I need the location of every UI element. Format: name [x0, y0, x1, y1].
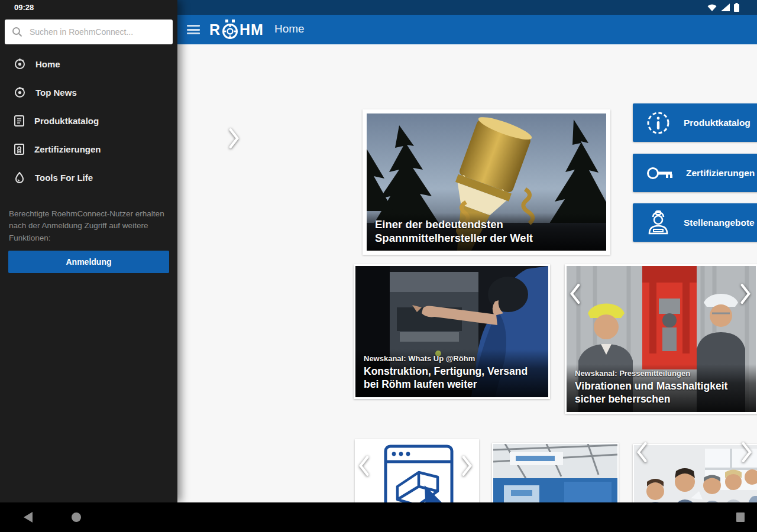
quick-link-stellenangebote[interactable]: Stellenangebote	[633, 203, 757, 242]
news-next-icon[interactable]	[739, 283, 752, 304]
quick-link-label: Stellenangebote	[684, 218, 755, 228]
news-card-pressemitteilungen[interactable]: Newskanal: Pressemitteilungen Vibratione…	[565, 264, 757, 414]
quick-link-zertifizierungen[interactable]: Zertifizierungen	[633, 154, 757, 192]
news-channel: Newskanal: Whats Up @Röhm	[364, 354, 540, 363]
roehm-logo: RHM	[209, 20, 264, 40]
drawer-info-text: Berechtigte RoehmConnect-Nutzer erhalten…	[9, 208, 170, 244]
news-card-whatsup[interactable]: Newskanal: Whats Up @Röhm Konstruktion, …	[354, 264, 550, 399]
news-prev-icon[interactable]	[568, 283, 581, 304]
search-icon	[12, 27, 22, 37]
karriere-next-icon[interactable]	[740, 442, 753, 463]
menu-icon[interactable]	[187, 25, 200, 34]
bottom-next-icon[interactable]	[461, 455, 474, 476]
navigation-drawer: 09:28 Home Top News Produktkatalog Zerti…	[0, 0, 177, 502]
home-icon	[14, 59, 25, 70]
sidebar-item-home[interactable]: Home	[0, 50, 177, 78]
search-box[interactable]	[5, 20, 173, 44]
sidebar-item-label: Zertifizierungen	[34, 144, 101, 154]
bottom-prev-icon[interactable]	[357, 455, 370, 476]
news-title: Vibrationen und Masshaltigkeit sicher be…	[575, 380, 748, 406]
news-icon	[14, 87, 25, 98]
back-icon[interactable]	[24, 512, 33, 523]
search-input[interactable]	[30, 27, 166, 37]
recents-icon[interactable]	[736, 512, 745, 522]
sidebar-item-top-news[interactable]: Top News	[0, 78, 177, 106]
sidebar-item-label: Produktkatalog	[34, 116, 99, 126]
news-channel: Newskanal: Pressemitteilungen	[575, 369, 748, 378]
quick-link-label: Zertifizierungen	[686, 168, 755, 179]
sidebar-item-produktkatalog[interactable]: Produktkatalog	[0, 106, 177, 135]
tools-for-life-icon	[14, 172, 25, 183]
hero-title: Einer der bedeutendsten Spannmittelherst…	[375, 218, 570, 245]
worker-icon	[646, 210, 671, 236]
key-icon	[646, 161, 673, 185]
sidebar-item-label: Top News	[35, 87, 77, 98]
hero-caption: Einer der bedeutendsten Spannmittelherst…	[367, 213, 606, 251]
info-circle-icon	[646, 111, 671, 135]
sidebar-item-zertifizierungen[interactable]: Zertifizierungen	[0, 135, 177, 163]
quick-link-label: Produktkatalog	[684, 118, 750, 128]
home-circle-icon[interactable]	[72, 512, 81, 522]
quick-link-produktkatalog[interactable]: Produktkatalog	[633, 103, 757, 142]
page-title: Home	[274, 22, 305, 35]
certificate-icon	[14, 144, 24, 155]
hero-next-icon[interactable]	[228, 128, 241, 149]
news-caption: Newskanal: Pressemitteilungen Vibratione…	[567, 364, 756, 412]
catalog-icon	[14, 115, 24, 126]
logo-chuck-icon	[221, 19, 239, 40]
status-time: 09:28	[14, 3, 34, 12]
sidebar-item-tools-for-life[interactable]: Tools For Life	[0, 163, 177, 192]
logo-text-r: R	[209, 22, 221, 37]
drawer-menu: Home Top News Produktkatalog Zertifizier…	[0, 50, 177, 192]
karriere-prev-icon[interactable]	[635, 442, 648, 463]
wifi-icon	[707, 4, 717, 11]
logo-text-hm: HM	[240, 22, 264, 37]
battery-icon	[734, 3, 739, 12]
news-caption: Newskanal: Whats Up @Röhm Konstruktion, …	[355, 349, 548, 397]
login-button[interactable]: Anmeldung	[8, 251, 169, 273]
sidebar-item-label: Home	[35, 59, 60, 69]
news-title: Konstruktion, Fertigung, Versand bei Röh…	[364, 365, 540, 391]
android-nav-bar	[0, 502, 757, 532]
app-screen: RHM Home	[0, 0, 757, 532]
hero-card[interactable]: Einer der bedeutendsten Spannmittelherst…	[363, 109, 610, 255]
sidebar-item-label: Tools For Life	[35, 173, 93, 183]
signal-icon	[721, 4, 730, 11]
